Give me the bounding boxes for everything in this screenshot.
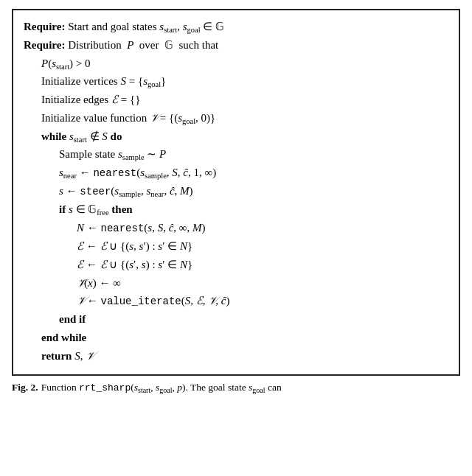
init-edges: Initialize edges ℰ = {} xyxy=(41,91,140,109)
s-steer: s ← steer(ssample, snear, ĉ, M) xyxy=(59,182,193,200)
s-near: snear ← nearest(ssample, S, ĉ, 1, ∞) xyxy=(59,164,216,182)
sample-text: Sample state ssample ∼ P xyxy=(59,145,166,164)
init-edges-line: Initialize edges ℰ = {} xyxy=(24,91,448,109)
return-keyword: return xyxy=(41,347,72,365)
return-value: S, 𝒱 xyxy=(74,347,93,365)
caption-line: Fig. 2. Function rrt_sharp(sstart, sgoal… xyxy=(12,382,460,393)
s-near-line: snear ← nearest(ssample, S, ĉ, 1, ∞) xyxy=(24,164,448,182)
V-x-assign-line: 𝒱(x) ← ∞ xyxy=(24,274,448,293)
p-condition-line: P(sstart) > 0 xyxy=(24,55,448,73)
init-vertices-line: Initialize vertices S = {sgoal} xyxy=(24,72,448,91)
E-union-2: ℰ ← ℰ ∪ {(s′, s) : s′ ∈ N} xyxy=(77,256,192,274)
require-keyword-1: Require: xyxy=(24,18,65,36)
while-condition: sstart ∉ S xyxy=(69,127,108,146)
end-while-line: end while xyxy=(24,329,448,347)
end-if-line: end if xyxy=(24,310,448,329)
s-steer-line: s ← steer(ssample, snear, ĉ, M) xyxy=(24,182,448,200)
end-if-keyword: end if xyxy=(59,310,86,329)
if-keyword: if xyxy=(59,200,66,219)
require-keyword-2: Require: xyxy=(24,36,65,55)
init-vertices: Initialize vertices S = {sgoal} xyxy=(41,72,166,91)
V-assign-line: 𝒱 ← value_iterate(S, ℰ, 𝒱, ĉ) xyxy=(24,292,448,310)
init-value-line: Initialize value function 𝒱 = {(sgoal, 0… xyxy=(24,109,448,127)
end-while-keyword: end while xyxy=(41,329,86,347)
require-text-2: Distribution P over 𝔾 such that xyxy=(68,36,218,55)
V-assign: 𝒱 ← value_iterate(S, ℰ, 𝒱, ĉ) xyxy=(77,292,229,310)
E-union-1: ℰ ← ℰ ∪ {(s, s′) : s′ ∈ N} xyxy=(77,237,192,256)
init-value: Initialize value function 𝒱 = {(sgoal, 0… xyxy=(41,109,215,127)
caption-label: Fig. 2. xyxy=(12,382,38,393)
if-condition: s ∈ 𝔾free xyxy=(69,200,109,219)
N-assign: N ← nearest(s, S, ĉ, ∞, M) xyxy=(77,219,206,237)
require-line-1: Require: Start and goal states sstart, s… xyxy=(24,18,448,36)
E-union-2-line: ℰ ← ℰ ∪ {(s′, s) : s′ ∈ N} xyxy=(24,256,448,274)
N-assign-line: N ← nearest(s, S, ĉ, ∞, M) xyxy=(24,219,448,237)
p-condition: P(sstart) > 0 xyxy=(41,55,91,73)
require-text-1: Start and goal states sstart, sgoal ∈ 𝔾 xyxy=(68,18,224,36)
then-keyword: then xyxy=(111,200,132,219)
while-header-line: while sstart ∉ S do xyxy=(24,127,448,146)
require-line-2: Require: Distribution P over 𝔾 such that xyxy=(24,36,448,55)
V-x-assign: 𝒱(x) ← ∞ xyxy=(77,274,121,293)
if-condition-line: if s ∈ 𝔾free then xyxy=(24,200,448,219)
caption-text: Function rrt_sharp(sstart, sgoal, p). Th… xyxy=(41,382,282,393)
return-line: return S, 𝒱 xyxy=(24,347,448,365)
do-keyword: do xyxy=(111,127,122,146)
algorithm-box: Require: Start and goal states sstart, s… xyxy=(12,9,460,376)
sample-line: Sample state ssample ∼ P xyxy=(24,145,448,164)
while-keyword: while xyxy=(41,127,66,146)
E-union-1-line: ℰ ← ℰ ∪ {(s, s′) : s′ ∈ N} xyxy=(24,237,448,256)
